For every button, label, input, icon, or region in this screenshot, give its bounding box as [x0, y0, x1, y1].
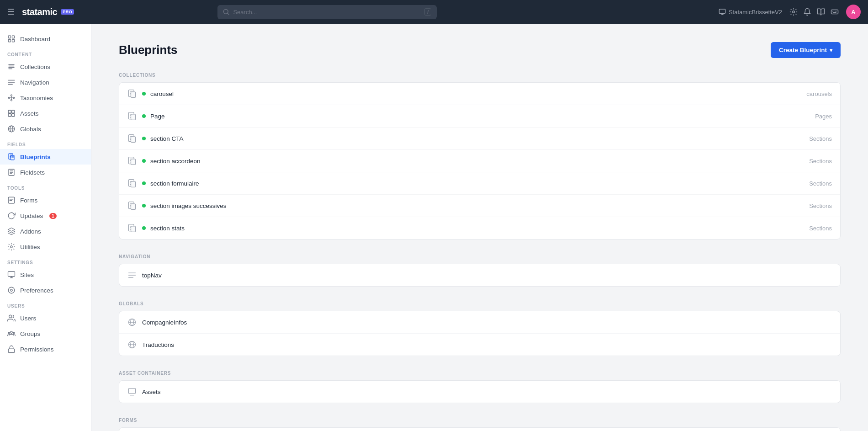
list-item[interactable]: section images successives Sections	[119, 195, 840, 217]
preferences-icon	[7, 286, 16, 294]
svg-point-19	[13, 97, 15, 99]
sidebar-item-label: Assets	[20, 110, 39, 117]
sidebar-item-addons[interactable]: Addons	[0, 223, 91, 239]
list-item[interactable]: CompagnieInfos	[119, 311, 840, 334]
sidebar-item-label: Updates	[20, 213, 43, 219]
sidebar-item-users[interactable]: Users	[0, 310, 91, 326]
groups-icon	[7, 330, 16, 338]
sidebar-item-updates[interactable]: Updates 1	[0, 208, 91, 223]
sidebar-item-label: Groups	[20, 330, 40, 337]
svg-rect-23	[12, 110, 15, 113]
list-item[interactable]: section CTA Sections	[119, 128, 840, 150]
sidebar-item-globals[interactable]: Globals	[0, 121, 91, 137]
sidebar-item-label: Preferences	[20, 287, 53, 294]
logo-text: statamic	[22, 7, 57, 17]
item-name: Page	[150, 113, 815, 120]
sidebar-item-utilities[interactable]: Utilities	[0, 239, 91, 255]
sidebar-item-navigation[interactable]: Navigation	[0, 74, 91, 90]
item-meta: Sections	[809, 158, 832, 165]
list-item[interactable]: contact form	[119, 428, 840, 431]
sidebar-item-fieldsets[interactable]: Fieldsets	[0, 165, 91, 180]
status-dot	[142, 92, 146, 96]
blueprint-file-icon	[127, 89, 137, 98]
svg-rect-24	[8, 114, 11, 117]
item-name: section CTA	[150, 135, 809, 142]
navigation-icon	[7, 78, 16, 86]
sidebar-item-sites[interactable]: Sites	[0, 267, 91, 282]
status-dot	[142, 181, 146, 185]
permissions-icon	[7, 345, 16, 353]
navigation-section: NAVIGATION topNav	[119, 254, 841, 287]
topbar: ☰ statamic PRO / StatamicBrissetteV2	[0, 0, 868, 24]
sidebar-item-label: Fieldsets	[20, 169, 45, 176]
svg-point-42	[13, 332, 15, 334]
status-dot	[142, 114, 146, 118]
globals-blueprint-icon	[127, 340, 137, 349]
sidebar-item-label: Dashboard	[20, 36, 50, 43]
sidebar-item-label: Utilities	[20, 244, 40, 250]
svg-rect-15	[12, 40, 15, 42]
list-item[interactable]: section formulaire Sections	[119, 172, 840, 195]
sidebar-item-collections[interactable]: Collections	[0, 59, 91, 74]
sidebar-item-label: Collections	[20, 64, 50, 70]
sidebar-item-forms[interactable]: Forms	[0, 192, 91, 208]
collections-section-label: COLLECTIONS	[119, 73, 841, 78]
sidebar-item-label: Taxonomies	[20, 95, 53, 101]
sidebar-item-dashboard[interactable]: Dashboard	[0, 31, 91, 47]
menu-toggle[interactable]: ☰	[7, 7, 15, 17]
avatar[interactable]: A	[846, 5, 861, 19]
status-dot	[142, 159, 146, 163]
taxonomies-icon	[7, 94, 16, 102]
globals-icon	[7, 125, 16, 133]
svg-point-38	[11, 289, 13, 292]
asset-containers-section-label: ASSET CONTAINERS	[119, 371, 841, 376]
sidebar-item-permissions[interactable]: Permissions	[0, 341, 91, 357]
book-icon[interactable]	[817, 8, 825, 16]
list-item[interactable]: Assets	[119, 381, 840, 403]
list-item[interactable]: Traductions	[119, 334, 840, 356]
sidebar-item-preferences[interactable]: Preferences	[0, 282, 91, 298]
item-name: Assets	[142, 388, 832, 395]
list-item[interactable]: section accordeon Sections	[119, 150, 840, 172]
svg-point-39	[9, 315, 12, 318]
list-item[interactable]: carousel carousels	[119, 83, 840, 105]
dashboard-icon	[7, 35, 16, 43]
list-item[interactable]: section stats Sections	[119, 217, 840, 239]
search-input[interactable]	[233, 5, 421, 19]
svg-rect-47	[131, 114, 136, 120]
sidebar-section-users: USERS	[0, 298, 91, 310]
item-name: section images successives	[150, 202, 809, 209]
addons-icon	[7, 227, 16, 235]
forms-icon	[7, 196, 16, 204]
collections-section: COLLECTIONS carousel carousels Page Page…	[119, 73, 841, 239]
sidebar-item-groups[interactable]: Groups	[0, 326, 91, 341]
updates-badge: 1	[49, 213, 57, 219]
logo: statamic PRO	[22, 7, 74, 17]
list-item[interactable]: topNav	[119, 264, 840, 286]
settings-icon[interactable]	[789, 8, 798, 16]
list-item[interactable]: Page Pages	[119, 105, 840, 128]
keyboard-icon[interactable]	[831, 8, 839, 16]
svg-point-16	[8, 97, 10, 99]
create-blueprint-button[interactable]: Create Blueprint ▾	[771, 42, 841, 58]
search-bar[interactable]: /	[217, 5, 437, 19]
topbar-icons	[789, 8, 839, 16]
svg-rect-6	[831, 10, 838, 14]
svg-rect-49	[131, 137, 136, 143]
svg-rect-51	[131, 159, 136, 165]
svg-point-33	[11, 246, 13, 248]
status-dot	[142, 226, 146, 230]
sidebar-item-assets[interactable]: Assets	[0, 106, 91, 121]
asset-container-icon	[127, 387, 137, 396]
svg-point-17	[11, 95, 12, 96]
sidebar-item-taxonomies[interactable]: Taxonomies	[0, 90, 91, 106]
svg-rect-55	[131, 204, 136, 210]
bell-icon[interactable]	[803, 8, 811, 16]
blueprint-file-icon	[127, 112, 137, 121]
svg-rect-25	[12, 114, 15, 117]
layout: Dashboard CONTENT Collections Navigation	[0, 24, 868, 431]
site-indicator[interactable]: StatamicBrissetteV2	[719, 8, 782, 16]
sidebar-item-label: Globals	[20, 126, 41, 133]
sidebar-item-blueprints[interactable]: Blueprints	[0, 149, 91, 165]
forms-section: FORMS contact form	[119, 418, 841, 431]
